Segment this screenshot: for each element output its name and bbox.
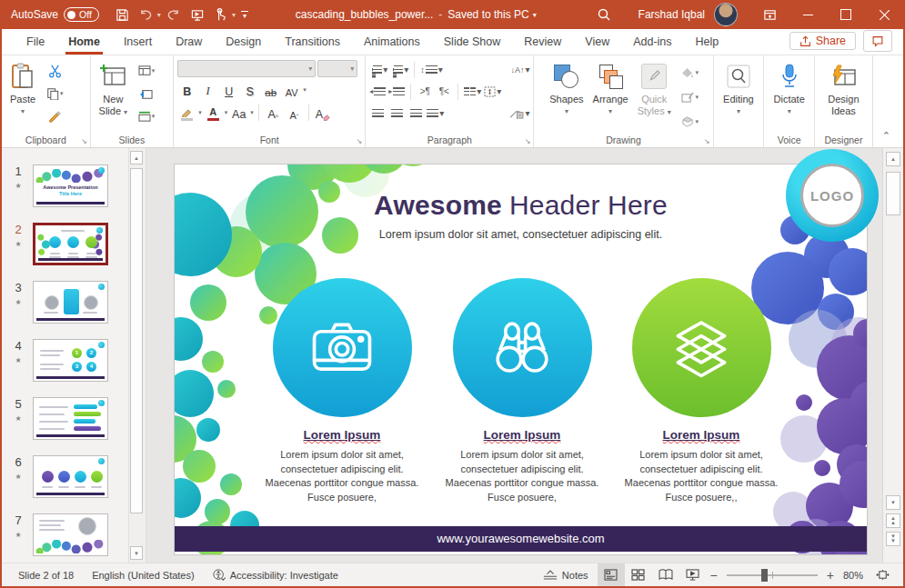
slide-title[interactable]: AwesomeHeader Here xyxy=(175,190,867,221)
autosave-switch[interactable]: Off xyxy=(64,7,99,22)
touch-mode-dropdown-icon[interactable]: ▾ xyxy=(232,11,236,19)
decrease-indent-button[interactable]: ◂ xyxy=(369,83,386,100)
shape-effects-button[interactable]: ▾ xyxy=(679,112,702,132)
editing-dropdown-icon[interactable]: ▾ xyxy=(737,105,740,117)
thumbnail-scrollbar[interactable]: ▲ ▼ xyxy=(128,148,145,563)
reading-view-button[interactable] xyxy=(652,563,679,586)
card-body-text[interactable]: Lorem ipsum dolor sit amet, consectetuer… xyxy=(623,448,779,504)
tab-insert[interactable]: Insert xyxy=(112,32,164,55)
undo-icon[interactable] xyxy=(136,4,157,25)
highlight-dropdown-icon[interactable]: ▾ xyxy=(198,109,202,116)
font-size-combobox[interactable]: ▾ xyxy=(317,60,357,77)
drawing-dialog-launcher-icon[interactable]: ↘ xyxy=(704,137,710,145)
new-slide-dropdown-icon[interactable]: ▾ xyxy=(124,108,127,116)
shape-fill-dropdown-icon[interactable]: ▾ xyxy=(695,69,699,76)
copy-button[interactable]: ▾ xyxy=(43,84,66,104)
shape-effects-dropdown-icon[interactable]: ▾ xyxy=(695,118,699,125)
card-body-text[interactable]: Lorem ipsum dolor sit amet, consectetuer… xyxy=(444,448,600,504)
reset-slide-button[interactable] xyxy=(135,84,158,104)
undo-dropdown-icon[interactable]: ▾ xyxy=(157,11,161,19)
highlight-color-button[interactable] xyxy=(177,103,196,123)
slide-thumbnail-7[interactable] xyxy=(33,513,108,556)
saved-status-dropdown-icon[interactable]: ▾ xyxy=(533,11,537,19)
align-text-dropdown-icon[interactable]: ▾ xyxy=(497,86,501,96)
tab-slide-show[interactable]: Slide Show xyxy=(432,32,513,55)
layers-circle[interactable] xyxy=(632,278,771,417)
zoom-slider-thumb[interactable] xyxy=(761,569,768,582)
tab-design[interactable]: Design xyxy=(214,32,273,55)
arrange-button[interactable]: Arrange ▾ xyxy=(588,59,633,134)
underline-button[interactable]: U xyxy=(219,80,238,100)
line-spacing-button[interactable]: ↕▾ xyxy=(420,61,443,78)
shape-outline-button[interactable]: ▾ xyxy=(679,87,702,107)
character-spacing-button[interactable]: AV xyxy=(282,80,301,100)
slide-show-button[interactable] xyxy=(679,563,707,586)
slide-card-3[interactable]: Lorem IpsumLorem ipsum dolor sit amet, c… xyxy=(610,278,792,504)
font-color-dropdown-icon[interactable]: ▾ xyxy=(225,109,228,116)
dictate-button[interactable]: Dictate ▾ xyxy=(769,59,809,134)
saved-status[interactable]: Saved to this PC xyxy=(447,8,528,21)
section-dropdown-icon[interactable]: ▾ xyxy=(152,113,156,120)
ltr-paragraph-button[interactable]: >¶ xyxy=(417,83,433,100)
justify-dropdown-icon[interactable]: ▾ xyxy=(439,108,444,118)
increase-indent-button[interactable]: ▸ xyxy=(388,83,405,100)
change-case-button[interactable]: Aa xyxy=(229,103,248,123)
collapse-ribbon-icon[interactable]: ⌃ xyxy=(873,55,903,147)
zoom-out-button[interactable]: − xyxy=(707,568,721,583)
binoculars-circle[interactable] xyxy=(453,278,592,417)
section-button[interactable]: ▾ xyxy=(135,106,158,126)
zoom-in-button[interactable]: + xyxy=(823,568,838,583)
previous-slide-button[interactable]: ▲▲ xyxy=(886,513,900,528)
align-center-button[interactable] xyxy=(388,105,405,122)
slide-layout-button[interactable]: ▾ xyxy=(135,61,158,81)
zoom-slider[interactable] xyxy=(727,574,818,576)
tab-add-ins[interactable]: Add-ins xyxy=(621,32,683,55)
tab-help[interactable]: Help xyxy=(684,32,731,55)
user-name[interactable]: Farshad Iqbal xyxy=(639,8,705,21)
slide-thumbnail-5[interactable] xyxy=(33,397,108,440)
canvas-scrollbar[interactable]: ▲ ▼ ▲▲ ▼▼ xyxy=(882,148,903,563)
font-color-button[interactable]: A xyxy=(204,103,223,123)
comments-button[interactable] xyxy=(863,30,892,52)
customize-quick-access-toolbar-icon[interactable]: ▾ xyxy=(241,11,248,18)
thumbnail-scroll-down-icon[interactable]: ▼ xyxy=(130,546,143,560)
slide-subtitle[interactable]: Lorem ipsum dolor sit amet, consectetuer… xyxy=(175,228,867,241)
editing-button[interactable]: Editing ▾ xyxy=(719,59,759,134)
tab-transitions[interactable]: Transitions xyxy=(273,32,352,55)
notes-button[interactable]: Notes xyxy=(534,563,598,586)
redo-icon[interactable] xyxy=(163,4,185,25)
card-heading[interactable]: Lorem Ipsum xyxy=(251,428,433,442)
character-spacing-dropdown-icon[interactable]: ▾ xyxy=(303,86,307,94)
search-icon[interactable] xyxy=(593,4,615,25)
convert-to-smartart-button[interactable]: ▾ xyxy=(509,105,529,122)
new-slide-button[interactable]: New Slide ▾ xyxy=(95,59,133,134)
zoom-level[interactable]: 80% xyxy=(838,563,869,586)
paragraph-dialog-launcher-icon[interactable]: ↘ xyxy=(525,137,531,145)
arrange-dropdown-icon[interactable]: ▾ xyxy=(608,105,612,117)
clipboard-dialog-launcher-icon[interactable]: ↘ xyxy=(81,137,87,145)
clear-formatting-button[interactable]: A xyxy=(314,103,333,123)
shapes-dropdown-icon[interactable]: ▾ xyxy=(565,105,568,117)
decrease-font-size-button[interactable]: Aˇ xyxy=(285,103,304,123)
start-presentation-icon[interactable] xyxy=(186,4,208,25)
strikethrough-button[interactable]: ab xyxy=(261,80,280,100)
shapes-button[interactable]: Shapes ▾ xyxy=(545,59,588,134)
close-button[interactable] xyxy=(865,0,903,29)
cut-button[interactable] xyxy=(43,61,66,81)
numbering-button[interactable]: ▾ xyxy=(390,61,408,78)
share-button[interactable]: Share xyxy=(789,32,856,50)
normal-view-button[interactable] xyxy=(598,563,625,586)
card-heading[interactable]: Lorem Ipsum xyxy=(610,428,792,442)
smartart-dropdown-icon[interactable]: ▾ xyxy=(525,108,529,118)
format-painter-button[interactable] xyxy=(43,106,66,126)
maximize-button[interactable] xyxy=(827,0,865,29)
thumbnail-scrollbar-thumb[interactable] xyxy=(130,168,143,513)
language-indicator[interactable]: English (United States) xyxy=(83,563,204,586)
user-avatar[interactable] xyxy=(714,3,738,26)
layout-dropdown-icon[interactable]: ▾ xyxy=(152,67,156,75)
bold-button[interactable]: B xyxy=(177,80,196,100)
align-text-button[interactable]: ▾ xyxy=(484,83,501,100)
slide-indicator[interactable]: Slide 2 of 18 xyxy=(9,563,83,586)
tab-draw[interactable]: Draw xyxy=(164,32,214,55)
quick-styles-button[interactable]: Quick Styles ▾ xyxy=(633,59,676,134)
